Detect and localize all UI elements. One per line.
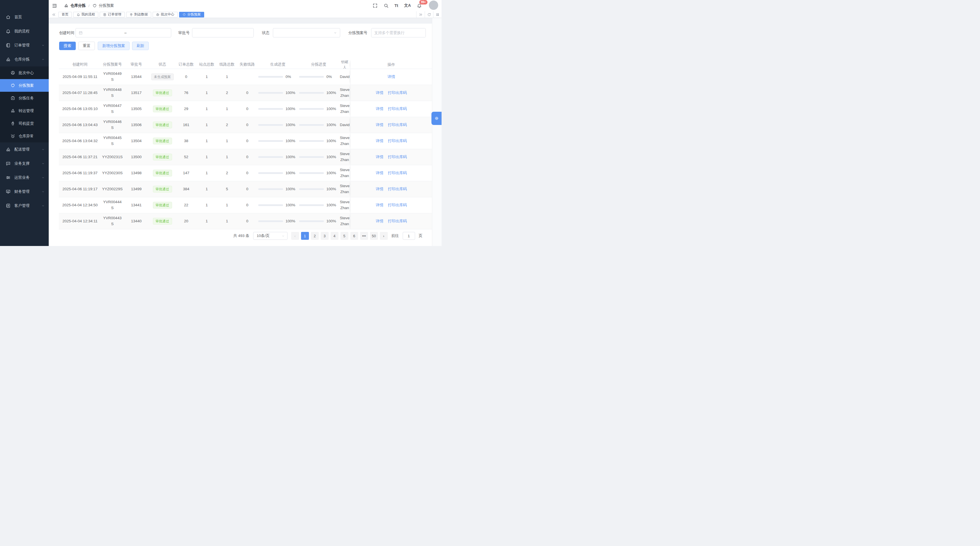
created-time-range-input[interactable]: – — [75, 28, 171, 37]
sidebar-item-order-management[interactable]: 订单管理 — [0, 38, 49, 52]
sidebar-item-sorting-task[interactable]: 分拣任务 — [0, 92, 49, 105]
status-select[interactable] — [273, 28, 340, 37]
tabs-scroll-right-icon[interactable] — [416, 11, 425, 18]
progress-percent: 100% — [286, 122, 296, 128]
cell-sort-progress: 100% — [298, 165, 339, 181]
sidebar-item-customer-management[interactable]: 客户管理 — [0, 199, 49, 213]
search-icon[interactable] — [383, 3, 389, 8]
sidebar-item-delivery-management[interactable]: 配送管理 — [0, 143, 49, 157]
sidebar-item-batch-center[interactable]: 批次中心 — [0, 67, 49, 79]
detail-link[interactable]: 详情 — [375, 122, 383, 127]
settings-gear-button[interactable] — [431, 112, 442, 125]
refresh-tab-icon[interactable] — [425, 11, 433, 18]
chat-icon — [6, 161, 11, 166]
search-button[interactable]: 搜索 — [59, 42, 76, 50]
page-button-5[interactable]: 5 — [340, 232, 348, 240]
page-button-ellipsisellipsisellipsis[interactable]: ••• — [360, 232, 368, 240]
detail-link[interactable]: 详情 — [375, 203, 383, 208]
column-header-creator: 创建人 — [339, 60, 350, 69]
sidebar-item-operations[interactable]: 运营业务 — [0, 171, 49, 185]
sidebar-item-finance-management[interactable]: 财务管理 — [0, 185, 49, 199]
progress-percent: 100% — [286, 154, 296, 160]
cell-approval-no: 13505 — [124, 101, 149, 117]
menu-fold-icon[interactable] — [52, 3, 57, 8]
print-outbound-code-link[interactable]: 打印出库码 — [388, 90, 407, 95]
page-button-50[interactable]: 50 — [370, 232, 378, 240]
cell-actions: 详情打印出库码 — [350, 133, 432, 149]
print-outbound-code-link[interactable]: 打印出库码 — [388, 171, 407, 176]
cell-created-time: 2025-04-09 11:55:11 — [59, 69, 101, 85]
detail-link[interactable]: 详情 — [375, 90, 383, 95]
cherries-icon — [6, 57, 11, 62]
cell-sort-progress: 100% — [298, 101, 339, 117]
sidebar-item-sorting-plan[interactable]: 分拣预案 — [0, 79, 49, 92]
page-size-select[interactable]: 10条/页 — [253, 232, 288, 240]
clipboard-check-icon — [10, 96, 15, 100]
page-button-6[interactable]: 6 — [350, 232, 358, 240]
breadcrumb-item[interactable]: 仓库分拣 — [64, 3, 86, 8]
detail-link[interactable]: 详情 — [375, 219, 383, 224]
detail-link[interactable]: 详情 — [375, 187, 383, 192]
pie-icon — [10, 70, 15, 75]
print-outbound-code-link[interactable]: 打印出库码 — [388, 154, 407, 160]
tab-my-flows[interactable]: 我的流程 — [73, 12, 98, 17]
tab-order-management[interactable]: 订单管理 — [100, 12, 125, 17]
reset-button[interactable]: 重置 — [78, 42, 95, 50]
refresh-button[interactable]: 刷新 — [132, 42, 149, 50]
translate-icon[interactable]: 文A — [404, 3, 411, 8]
print-outbound-code-link[interactable]: 打印出库码 — [388, 203, 407, 208]
tab-home[interactable]: 首页 — [58, 12, 72, 17]
fullscreen-icon[interactable] — [372, 3, 378, 8]
prev-page-button[interactable]: ‹ — [291, 232, 299, 240]
page-button-4[interactable]: 4 — [331, 232, 339, 240]
notifications-bell[interactable]: 99+ — [417, 3, 422, 8]
sidebar-item-warehouse-sorting[interactable]: 仓库分拣 — [0, 52, 49, 67]
alarm-clock-icon — [10, 134, 15, 138]
avatar[interactable] — [429, 0, 438, 10]
font-size-icon[interactable]: Tt — [395, 3, 398, 8]
page-button-2[interactable]: 2 — [311, 232, 319, 240]
sidebar-item-home[interactable]: 首页 — [0, 10, 49, 24]
table-row: 2025-04-04 12:34:11YVR00443S13440审批通过201… — [59, 213, 432, 229]
detail-link[interactable]: 详情 — [375, 106, 383, 111]
sidebar-item-driver-pickup[interactable]: 司机提货 — [0, 117, 49, 130]
sidebar-item-label: 转运管理 — [19, 108, 34, 113]
sidebar-item-transfer-management[interactable]: 转运管理 — [0, 105, 49, 117]
tab-batch-center[interactable]: 批次中心 — [153, 12, 178, 17]
sidebar-item-my-flows[interactable]: 我的流程 — [0, 24, 49, 38]
page-button-3[interactable]: 3 — [321, 232, 329, 240]
created-time-label: 创建时间 — [59, 28, 74, 37]
tab-arrival-data[interactable]: 到达数据 — [126, 12, 151, 17]
print-outbound-code-link[interactable]: 打印出库码 — [388, 106, 407, 111]
sidebar-item-business-support[interactable]: 业务支撑 — [0, 157, 49, 171]
tab-sorting-plan[interactable]: 分拣预案 — [179, 12, 204, 17]
tabs-scroll-left-icon[interactable] — [52, 13, 56, 17]
next-page-button[interactable]: › — [380, 232, 388, 240]
detail-link[interactable]: 详情 — [388, 74, 395, 79]
print-outbound-code-link[interactable]: 打印出库码 — [388, 187, 407, 192]
cell-approval-no: 13498 — [124, 165, 149, 181]
gen-progress-bar — [258, 204, 283, 206]
detail-link[interactable]: 详情 — [375, 154, 383, 160]
notebook-icon — [6, 43, 11, 48]
detail-link[interactable]: 详情 — [375, 171, 383, 176]
sidebar-item-warehouse-exception[interactable]: 仓库异常 — [0, 130, 49, 143]
detail-link[interactable]: 详情 — [375, 138, 383, 144]
print-outbound-code-link[interactable]: 打印出库码 — [388, 122, 407, 127]
column-header-gen-progress: 生成进度 — [258, 60, 298, 69]
progress-percent: 100% — [286, 202, 296, 208]
add-plan-button[interactable]: 新增分拣预案 — [98, 42, 130, 50]
print-outbound-code-link[interactable]: 打印出库码 — [388, 219, 407, 224]
filter-bar: 创建时间 – 审批号 状态 分拣预案号 — [49, 28, 432, 37]
scrollbar-gutter[interactable] — [432, 18, 442, 246]
print-outbound-code-link[interactable]: 打印出库码 — [388, 138, 407, 144]
approval-no-input[interactable] — [192, 29, 253, 37]
tab-options-grid-icon[interactable] — [433, 11, 442, 18]
cell-creator: David — [339, 117, 350, 133]
cell-stations-total: 1 — [197, 101, 217, 117]
page-button-1[interactable]: 1 — [301, 232, 309, 240]
jump-page-input[interactable] — [403, 232, 415, 240]
gen-progress-bar — [258, 156, 283, 158]
cell-gen-progress: 100% — [258, 181, 298, 197]
plan-no-input[interactable] — [371, 29, 425, 37]
